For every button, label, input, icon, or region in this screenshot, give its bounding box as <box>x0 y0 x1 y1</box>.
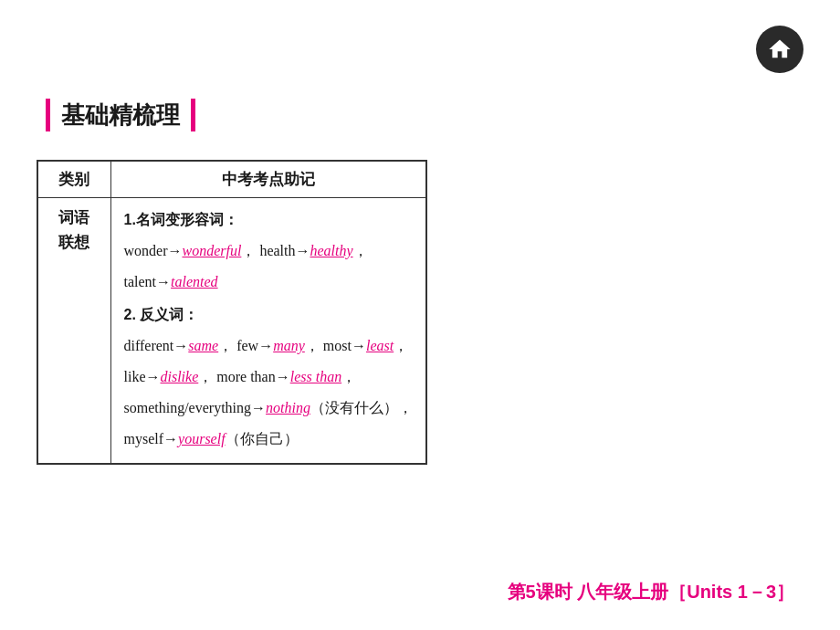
content-cell: 1.名词变形容词： wonder→wonderful， health→healt… <box>110 198 426 465</box>
content-line3: different→same， few→many， most→least， <box>124 331 413 361</box>
content-line1: wonder→wonderful， health→healthy， <box>124 236 413 266</box>
content-line2: talent→talented <box>124 268 413 297</box>
bar-left-decoration <box>46 99 50 131</box>
section1-title: 1.名词变形容词： <box>124 205 413 235</box>
bar-right-decoration <box>191 99 195 131</box>
col-header-category: 类别 <box>37 161 110 198</box>
content-line6: myself→yourself（你自己） <box>124 425 413 454</box>
footer-text: 第5课时 八年级上册［Units 1－3］ <box>508 580 794 604</box>
section-title-text: 基础精梳理 <box>61 100 180 131</box>
category-cell: 词语 联想 <box>37 198 110 465</box>
home-button[interactable] <box>756 26 803 73</box>
section2-title: 2. 反义词： <box>124 300 413 330</box>
table-row: 词语 联想 1.名词变形容词： wonder→wonderful， health… <box>37 198 426 465</box>
content-line5: something/everything→nothing（没有什么）， <box>124 394 413 423</box>
table-header-row: 类别 中考考点助记 <box>37 161 426 198</box>
col-header-content: 中考考点助记 <box>110 161 426 198</box>
main-content-table: 类别 中考考点助记 词语 联想 1.名词变形容词： wonder→wonderf… <box>37 160 427 465</box>
home-icon <box>767 37 793 62</box>
section-title-bar: 基础精梳理 <box>46 99 195 131</box>
content-line4: like→dislike， more than→less than， <box>124 362 413 392</box>
